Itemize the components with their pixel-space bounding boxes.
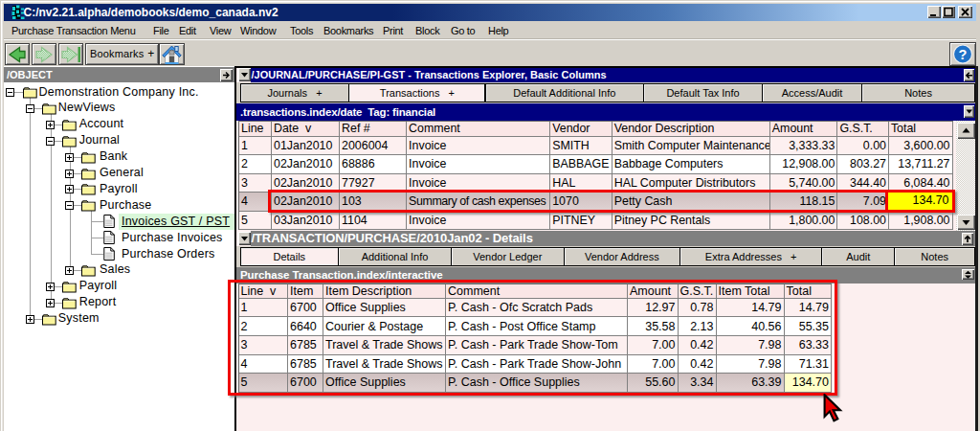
- svg-text:?: ?: [959, 47, 968, 62]
